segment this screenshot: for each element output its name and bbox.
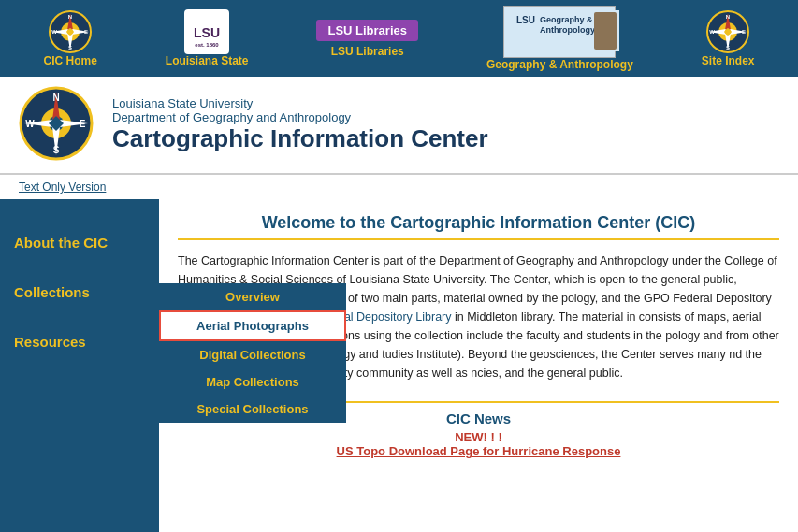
page-title: Cartographic Information Center	[112, 124, 488, 153]
svg-text:Geography &: Geography &	[540, 15, 593, 24]
nav-cic-home-label: CIC Home	[43, 54, 96, 67]
sidebar: About the CIC Collections Resources Over…	[0, 199, 159, 532]
nav-geography-label: Geography & Anthropology	[486, 58, 633, 71]
dropdown-item-aerial[interactable]: Aerial Photographs	[159, 310, 346, 341]
collections-dropdown: Overview Aerial Photographs Digital Coll…	[159, 283, 346, 423]
top-navigation: N S W E CIC Home LSU est. 1860 Louisiana…	[0, 0, 798, 77]
svg-text:W: W	[709, 29, 715, 35]
sidebar-item-about[interactable]: About the CIC	[0, 218, 159, 267]
header-line1: Louisiana State University	[112, 96, 488, 110]
svg-text:W: W	[25, 119, 35, 129]
compass-icon-left: N S W E	[48, 9, 93, 54]
nav-lsu-libraries-label: LSU Libraries	[331, 45, 404, 58]
svg-text:W: W	[51, 29, 57, 35]
header-compass: N S W E	[19, 86, 94, 164]
svg-text:LSU: LSU	[194, 25, 220, 40]
text-only-link[interactable]: Text Only Version	[0, 175, 798, 199]
svg-text:N: N	[726, 14, 730, 20]
nav-geography[interactable]: LSU Geography & Anthropology Geography &…	[486, 6, 633, 71]
svg-text:Anthropology: Anthropology	[540, 25, 595, 35]
main-layout: About the CIC Collections Resources Over…	[0, 199, 798, 532]
svg-text:E: E	[742, 29, 746, 35]
svg-text:N: N	[52, 93, 59, 103]
nav-lsu-libraries[interactable]: LSU Libraries LSU Libraries	[316, 20, 418, 58]
news-topo-link[interactable]: US Topo Download Page for Hurricane Resp…	[178, 444, 779, 458]
page-header: N S W E Louisiana State University Depar…	[0, 77, 798, 175]
news-new-label: NEW! ! !	[178, 430, 779, 444]
svg-text:E: E	[84, 29, 88, 35]
nav-site-index-label: Site Index	[702, 54, 755, 67]
svg-text:E: E	[80, 119, 86, 129]
svg-text:est. 1860: est. 1860	[195, 42, 219, 48]
nav-site-index[interactable]: N S W E Site Index	[702, 9, 755, 67]
lsu-logo: LSU est. 1860	[184, 9, 229, 54]
sidebar-item-resources[interactable]: Resources	[0, 317, 159, 367]
nav-cic-home[interactable]: N S W E CIC Home	[43, 9, 96, 67]
svg-text:N: N	[68, 14, 72, 20]
svg-rect-17	[594, 12, 617, 50]
header-text-block: Louisiana State University Department of…	[112, 96, 488, 153]
header-line2: Department of Geography and Anthropology	[112, 110, 488, 124]
svg-point-30	[49, 116, 64, 131]
dropdown-item-overview[interactable]: Overview	[159, 283, 346, 310]
svg-text:S: S	[53, 145, 60, 155]
sidebar-item-collections[interactable]: Collections	[0, 267, 159, 317]
svg-text:LSU: LSU	[516, 15, 535, 25]
nav-louisiana-state[interactable]: LSU est. 1860 Louisiana State	[166, 9, 249, 67]
geography-banner: LSU Geography & Anthropology	[503, 6, 616, 58]
compass-icon-right: N S W E	[705, 9, 750, 54]
nav-louisiana-state-label: Louisiana State	[166, 54, 249, 67]
dropdown-item-map[interactable]: Map Collections	[159, 368, 346, 395]
dropdown-item-special[interactable]: Special Collections	[159, 395, 346, 423]
lsu-libraries-button[interactable]: LSU Libraries	[316, 20, 418, 41]
welcome-heading: Welcome to the Cartographic Information …	[178, 213, 779, 240]
dropdown-item-digital[interactable]: Digital Collections	[159, 341, 346, 368]
svg-text:S: S	[726, 45, 730, 50]
svg-text:S: S	[68, 45, 72, 50]
